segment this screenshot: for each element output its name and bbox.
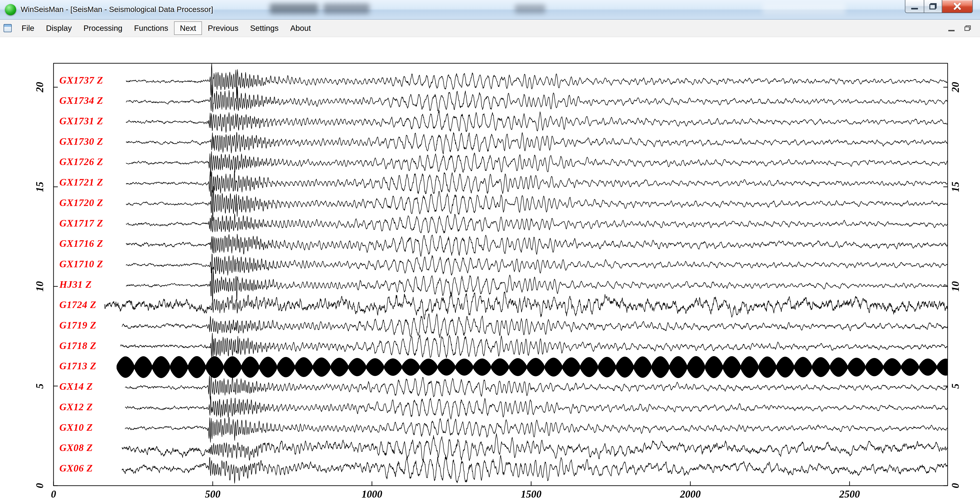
restore-icon: [929, 3, 937, 10]
app-window: GX1737 ZGX1734 ZGX1731 ZGX1730 ZGX1726 Z…: [0, 0, 980, 503]
restore-button[interactable]: [924, 0, 942, 13]
seismogram-canvas[interactable]: [0, 0, 980, 503]
redacted-blur: [270, 3, 318, 14]
redacted-blur: [515, 5, 545, 13]
child-minimize-button[interactable]: [945, 23, 958, 34]
window-controls: [905, 0, 973, 13]
titlebar[interactable]: WinSeisMan - [SeisMan - Seismological Da…: [0, 0, 980, 19]
menu-file[interactable]: File: [16, 21, 40, 35]
minimize-button[interactable]: [905, 0, 924, 13]
redacted-blur: [323, 3, 369, 14]
minimize-icon: [948, 30, 955, 31]
menu-settings[interactable]: Settings: [244, 21, 284, 35]
minimize-icon: [911, 8, 918, 10]
close-button[interactable]: [942, 0, 973, 13]
app-icon: [5, 4, 16, 15]
child-window-controls: [945, 23, 974, 34]
menubar: File Display Processing Functions Next P…: [0, 19, 980, 37]
menu-next[interactable]: Next: [174, 21, 202, 35]
menu-processing[interactable]: Processing: [78, 21, 128, 35]
menu-functions[interactable]: Functions: [128, 21, 174, 35]
menu-display[interactable]: Display: [40, 21, 78, 35]
close-icon: [953, 2, 962, 11]
child-restore-button[interactable]: [961, 23, 974, 34]
menu-previous[interactable]: Previous: [202, 21, 244, 35]
child-window-icon[interactable]: [3, 24, 12, 32]
redacted-blur: [762, 3, 846, 14]
restore-icon: [964, 26, 971, 31]
menu-about[interactable]: About: [285, 21, 317, 35]
window-title: WinSeisMan - [SeisMan - Seismological Da…: [21, 5, 213, 14]
